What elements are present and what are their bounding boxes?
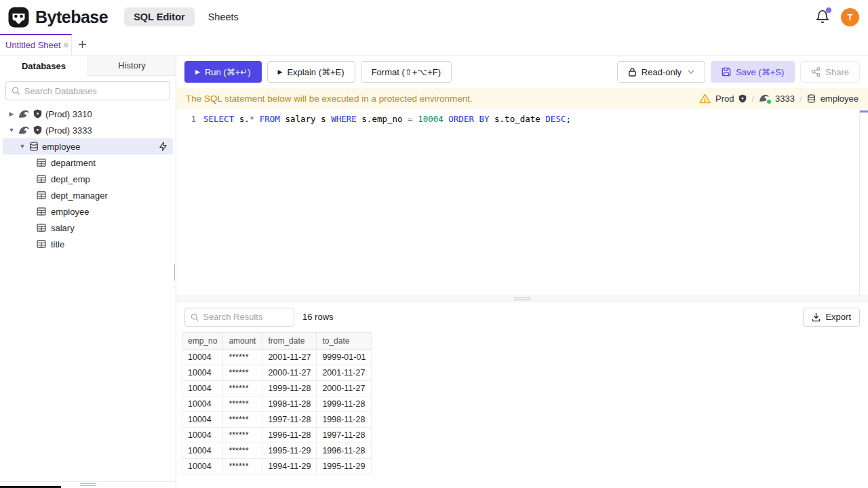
run-button[interactable]: ▶ Run (⌘+↵) [184, 61, 262, 83]
tree-database-employee[interactable]: ▼ employee [3, 138, 173, 155]
table-cell: 9999-01-01 [317, 349, 372, 365]
table-label: dept_manager [51, 190, 108, 201]
table-cell: ****** [223, 349, 262, 365]
add-sheet-button[interactable] [72, 34, 92, 55]
table-row: 10004******2001-11-279999-01-01 [182, 349, 372, 365]
share-button[interactable]: Share [800, 61, 860, 83]
table-icon [37, 224, 46, 232]
sheet-tab-label: Untitled Sheet [5, 40, 61, 50]
table-cell: 10004 [182, 349, 223, 365]
instance-label: (Prod) 3333 [45, 125, 92, 136]
sql-token: = [408, 114, 413, 124]
instance-label[interactable]: 3333 [775, 94, 795, 104]
export-label: Export [825, 312, 851, 322]
row-count: 16 rows [302, 312, 334, 322]
save-icon [722, 67, 731, 77]
sql-token: s. [234, 114, 250, 124]
save-button[interactable]: Save (⌘+S) [711, 61, 795, 83]
sheet-tab-untitled[interactable]: Untitled Sheet [0, 34, 72, 55]
search-databases-input[interactable] [24, 86, 164, 96]
breadcrumb-separator: / [800, 94, 802, 104]
results-header: 16 rows Export [176, 302, 868, 332]
quick-action-bolt-icon[interactable] [159, 142, 167, 151]
caret-down-icon[interactable]: ▼ [8, 127, 15, 134]
search-results-input[interactable] [203, 312, 288, 322]
database-search[interactable] [5, 81, 170, 100]
lock-icon [628, 67, 637, 77]
notification-badge [826, 7, 831, 13]
code-line[interactable]: 1 SELECT s.* FROM salary s WHERE s.emp_n… [176, 112, 868, 125]
results-search[interactable] [184, 308, 294, 327]
table-icon [37, 240, 46, 248]
tree-table-item[interactable]: department [0, 155, 176, 171]
tree-table-item[interactable]: dept_manager [0, 187, 176, 203]
table-cell: 1998-11-28 [262, 396, 317, 411]
nav-sql-editor[interactable]: SQL Editor [124, 7, 194, 26]
sql-token: 10004 [418, 114, 443, 124]
table-label: title [51, 239, 64, 249]
column-header[interactable]: amount [223, 332, 262, 349]
table-cell: 2000-11-27 [317, 380, 372, 396]
sidebar-bottom-divider [0, 481, 176, 486]
mysql-icon [18, 125, 30, 135]
caret-down-icon[interactable]: ▼ [19, 143, 26, 150]
export-button[interactable]: Export [803, 308, 860, 327]
instance-label: (Prod) 3310 [45, 109, 92, 119]
results-splitter[interactable] [176, 296, 868, 302]
tab-history[interactable]: History [88, 56, 176, 76]
readonly-mode-dropdown[interactable]: Read-only [617, 61, 705, 83]
table-cell: 10004 [182, 427, 223, 443]
tab-databases[interactable]: Databases [0, 56, 88, 76]
explain-button[interactable]: ▶ Explain (⌘+E) [267, 61, 355, 83]
table-cell: 1997-11-28 [317, 427, 372, 443]
tree-instance-3333[interactable]: ▼ (Prod) 3333 [0, 122, 176, 138]
tree-table-item[interactable]: dept_emp [0, 171, 176, 187]
breadcrumb-separator: / [751, 94, 754, 104]
format-label: Format (⇧+⌥+F) [372, 67, 441, 77]
nav-sheets[interactable]: Sheets [208, 12, 239, 22]
table-row: 10004******1996-11-281997-11-28 [182, 427, 372, 443]
environment-label[interactable]: Prod [715, 94, 734, 104]
results-panel: 16 rows Export emp_noamountfrom_dateto_d… [176, 302, 868, 488]
column-header[interactable]: emp_no [182, 332, 223, 349]
sql-statement[interactable]: SELECT s.* FROM salary s WHERE s.emp_no … [203, 114, 571, 124]
online-status-dot [767, 100, 771, 104]
sql-token: salary s [280, 114, 331, 124]
splitter-grip[interactable] [514, 298, 530, 300]
connection-breadcrumb: Prod / 3333 / employee [699, 94, 859, 104]
table-cell: 1996-11-28 [262, 427, 317, 443]
table-cell: 1995-11-29 [262, 443, 317, 458]
table-icon [37, 191, 46, 199]
sidebar-bottom-resize-handle[interactable] [80, 483, 96, 486]
caret-right-icon[interactable]: ▶ [8, 110, 15, 117]
notification-bell-icon[interactable] [815, 9, 830, 24]
sql-token [413, 114, 418, 124]
tree-table-item[interactable]: employee [0, 203, 176, 220]
format-button[interactable]: Format (⇧+⌥+F) [361, 61, 452, 83]
table-cell: ****** [223, 396, 262, 411]
tree-table-item[interactable]: salary [0, 220, 176, 236]
user-avatar[interactable]: T [841, 8, 859, 26]
table-list: department dept_emp dept_manager [0, 155, 176, 252]
share-label: Share [825, 67, 849, 77]
database-label[interactable]: employee [821, 94, 859, 104]
tree-instance-3310[interactable]: ▶ (Prod) 3310 [0, 106, 176, 122]
run-label: Run (⌘+↵) [205, 67, 251, 77]
sql-token: s.to_date [490, 114, 546, 124]
table-row: 10004******1994-11-291995-11-29 [182, 458, 372, 474]
table-cell: 10004 [182, 365, 223, 380]
tree-table-item[interactable]: title [0, 236, 176, 252]
table-cell: ****** [223, 365, 262, 380]
bytebase-logo-icon[interactable] [8, 7, 29, 28]
play-icon: ▶ [195, 68, 200, 75]
sql-editor[interactable]: 1 SELECT s.* FROM salary s WHERE s.emp_n… [176, 109, 868, 296]
column-header[interactable]: from_date [262, 332, 317, 349]
editor-minimap[interactable] [859, 109, 868, 296]
results-header-row: emp_noamountfrom_dateto_date [182, 332, 372, 349]
protected-env-banner: The SQL statement below will be executed… [176, 88, 868, 109]
database-label: employee [42, 142, 80, 152]
mysql-icon [18, 109, 30, 119]
column-header[interactable]: to_date [317, 332, 372, 349]
readonly-label: Read-only [642, 67, 682, 77]
table-cell: 2001-11-27 [317, 365, 372, 380]
